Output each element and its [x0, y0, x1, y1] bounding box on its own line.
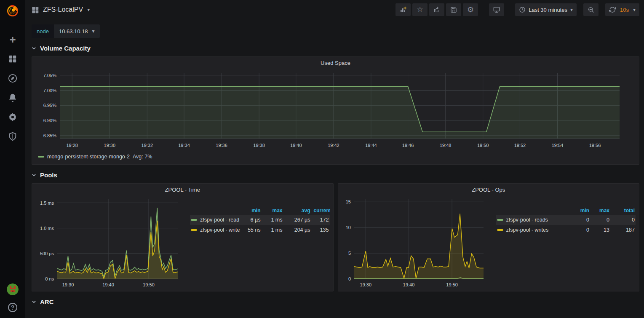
panel-title-zpool-time[interactable]: ZPOOL - Time	[35, 184, 330, 194]
dashboard-variables: node 10.63.10.18 ▾	[32, 24, 639, 38]
series-name: zfspv-pool - read	[200, 217, 239, 223]
legend-col-min[interactable]: min	[240, 206, 262, 215]
svg-text:19:48: 19:48	[440, 143, 452, 148]
zpool-ops-legend: min max total zfspv-pool - reads 0 0 0 z…	[496, 206, 636, 290]
section-arc[interactable]: ARC	[32, 296, 639, 307]
used-space-legend: mongo-persistent-storage-mongo-2 Avg: 7%	[38, 154, 635, 160]
star-dashboard-button[interactable]: ☆	[412, 3, 428, 16]
svg-text:6.95%: 6.95%	[43, 103, 56, 108]
page-title: ZFS-LocalPV	[43, 6, 83, 13]
variable-node-value: 10.63.10.18	[59, 28, 88, 35]
navbar: ZFS-LocalPV ▾ ☆ ⚙ Last 30 mi	[25, 0, 644, 19]
section-pools[interactable]: Pools	[32, 169, 639, 181]
section-volume-capacity[interactable]: Volume Capacity	[32, 42, 639, 54]
svg-text:19:28: 19:28	[66, 143, 78, 148]
panel-title-used-space[interactable]: Used Space	[36, 57, 635, 67]
dashboard-title-button[interactable]: ZFS-LocalPV ▾	[31, 6, 90, 13]
svg-text:7.00%: 7.00%	[43, 88, 56, 93]
series-swatch	[497, 229, 503, 231]
zpool-time-legend: min max avg current zfspv-pool - read 6 …	[190, 206, 330, 290]
legend-col-current[interactable]: current	[311, 206, 330, 215]
svg-text:6.85%: 6.85%	[43, 133, 56, 138]
svg-text:19:40: 19:40	[403, 282, 414, 287]
svg-text:10: 10	[345, 225, 350, 230]
svg-text:1.0 ms: 1.0 ms	[40, 226, 54, 231]
svg-text:1.5 ms: 1.5 ms	[40, 200, 54, 206]
user-avatar[interactable]	[7, 283, 19, 295]
svg-text:19:34: 19:34	[178, 143, 190, 148]
svg-text:19:50: 19:50	[143, 282, 155, 287]
caret-down-icon: ▾	[633, 7, 636, 13]
help-icon[interactable]: ?	[8, 303, 17, 312]
series-name: zfspv-pool - write	[200, 227, 240, 233]
write-current: 135	[311, 225, 330, 235]
alerting-bell-icon[interactable]	[8, 93, 18, 103]
refresh-button[interactable]: 10s ▾	[605, 3, 639, 16]
add-panel-icon	[400, 6, 406, 13]
writes-total: 187	[610, 225, 636, 235]
svg-text:500 µs: 500 µs	[40, 251, 54, 256]
clock-icon	[519, 6, 526, 13]
svg-text:19:32: 19:32	[142, 143, 153, 148]
legend-col-avg[interactable]: avg	[283, 206, 311, 215]
svg-text:19:56: 19:56	[589, 143, 601, 148]
legend-col-total[interactable]: total	[610, 206, 636, 215]
write-avg: 204 µs	[283, 225, 311, 235]
dashboards-icon[interactable]	[8, 54, 18, 64]
server-admin-shield-icon[interactable]	[8, 131, 18, 142]
dashboard-settings-button[interactable]: ⚙	[463, 3, 478, 16]
svg-text:19:36: 19:36	[216, 143, 227, 148]
cycle-view-mode-button[interactable]	[489, 3, 504, 16]
chevron-down-icon	[32, 46, 36, 51]
add-panel-button[interactable]	[395, 3, 411, 16]
svg-text:19:44: 19:44	[365, 143, 377, 148]
legend-row-write: zfspv-pool - write 55 ns 1 ms 204 µs 135	[190, 225, 330, 235]
variable-node-label: node	[32, 24, 54, 38]
zpool-ops-graph[interactable]: 15105019:3019:4019:50	[342, 194, 487, 290]
legend-col-min[interactable]: min	[570, 206, 590, 215]
gear-icon: ⚙	[467, 6, 474, 13]
refresh-interval-label[interactable]: 10s	[620, 7, 629, 13]
series-swatch	[191, 219, 197, 221]
legend-header-row: min max avg current	[190, 206, 330, 215]
panel-title-zpool-ops[interactable]: ZPOOL - Ops	[342, 184, 636, 194]
caret-down-icon: ▾	[570, 7, 573, 13]
caret-down-icon: ▾	[87, 7, 90, 13]
svg-text:19:38: 19:38	[253, 143, 265, 148]
save-dashboard-button[interactable]	[446, 3, 461, 16]
explore-compass-icon[interactable]	[8, 73, 18, 83]
svg-text:19:50: 19:50	[477, 143, 489, 148]
used-space-graph[interactable]: 7.05%7.00%6.95%6.90%6.85%19:2819:3019:32…	[36, 67, 635, 150]
zoom-out-time-button[interactable]	[583, 3, 599, 16]
grafana-logo-icon[interactable]	[5, 3, 20, 18]
legend-row-read: zfspv-pool - read 6 µs 1 ms 267 µs 172	[190, 215, 330, 225]
variable-node-select[interactable]: 10.63.10.18 ▾	[54, 24, 100, 38]
legend-col-max[interactable]: max	[262, 206, 283, 215]
time-range-picker[interactable]: Last 30 minutes ▾	[515, 3, 577, 16]
svg-text:19:54: 19:54	[552, 143, 564, 148]
svg-text:0: 0	[348, 276, 350, 281]
refresh-icon	[609, 6, 616, 13]
svg-text:7.05%: 7.05%	[43, 73, 56, 78]
configuration-gear-icon[interactable]	[8, 112, 18, 122]
share-dashboard-button[interactable]	[429, 3, 444, 16]
svg-text:19:46: 19:46	[402, 143, 414, 148]
series-name: zfspv-pool - reads	[506, 217, 548, 223]
zpool-time-graph[interactable]: 1.5 ms1.0 ms500 µs0 ns19:3019:4019:50	[35, 194, 181, 290]
series-swatch	[191, 229, 197, 231]
reads-max: 0	[590, 215, 610, 225]
write-max: 1 ms	[262, 225, 283, 235]
series-name[interactable]: mongo-persistent-storage-mongo-2	[47, 154, 130, 160]
read-min: 6 µs	[240, 215, 262, 225]
svg-text:19:42: 19:42	[328, 143, 339, 148]
legend-row-reads: zfspv-pool - reads 0 0 0	[496, 215, 636, 225]
writes-min: 0	[570, 225, 590, 235]
create-plus-icon[interactable]: +	[8, 35, 18, 45]
panel-used-space: Used Space 7.05%7.00%6.95%6.90%6.85%19:2…	[32, 56, 639, 165]
series-avg-value: Avg: 7%	[133, 154, 152, 160]
svg-text:19:30: 19:30	[104, 143, 116, 148]
save-icon	[450, 6, 457, 13]
legend-col-max[interactable]: max	[590, 206, 610, 215]
svg-text:19:40: 19:40	[102, 282, 114, 287]
reads-min: 0	[570, 215, 590, 225]
